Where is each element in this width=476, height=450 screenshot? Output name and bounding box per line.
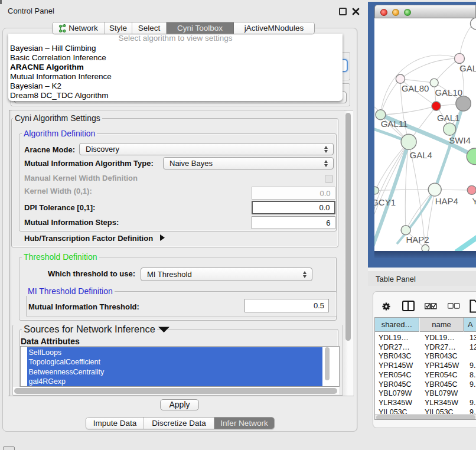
svg-text:GAL4: GAL4	[410, 150, 432, 160]
svg-text:GAL1: GAL1	[437, 113, 459, 123]
svg-text:GAL11: GAL11	[381, 119, 408, 129]
svg-text:SWI4: SWI4	[449, 135, 471, 145]
svg-text:Y: Y	[472, 196, 476, 206]
svg-text:GAL80: GAL80	[402, 83, 429, 93]
svg-text:GAL: GAL	[459, 63, 476, 73]
svg-text:HAP4: HAP4	[435, 196, 458, 206]
svg-text:HAP2: HAP2	[406, 234, 429, 244]
svg-text:GCY1: GCY1	[374, 197, 396, 207]
svg-text:GAL10: GAL10	[435, 87, 462, 97]
